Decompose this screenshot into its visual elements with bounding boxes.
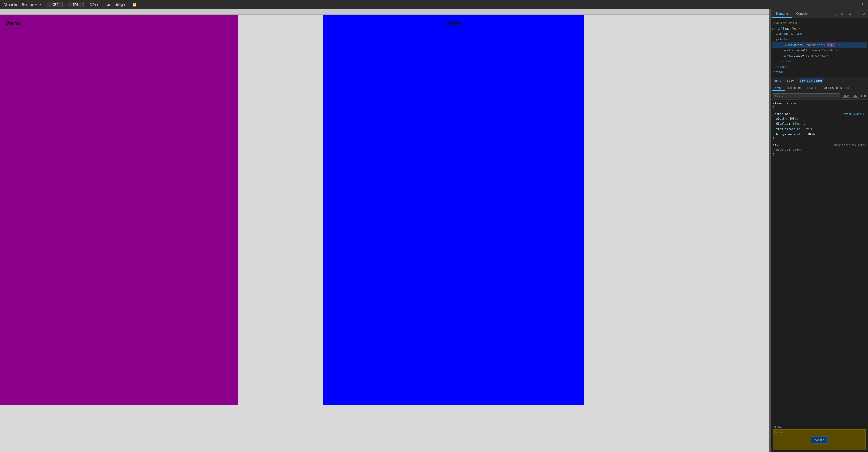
css-selector-div[interactable]: div { [773,143,781,147]
css-prop-display[interactable]: display : flex ; ⊞ [771,121,868,126]
form-title: Form [446,20,461,27]
doctype-text: <!DOCTYPE html> [772,21,798,26]
css-container-rule-close: } [771,137,868,141]
css-rule-element-style-header: element.style { [771,101,868,106]
css-prop-value-flex-direction: row [805,127,810,131]
css-div-ua-rule-close: } [771,153,868,157]
breadcrumb-bar: html › body › div.container [771,77,868,84]
form-toggle-icon[interactable]: ▶ [784,54,786,58]
breadcrumb-sep-1: › [783,79,785,83]
left-menu-toggle-icon[interactable]: ▶ [784,48,786,53]
throttling-label: No throttling [106,3,123,7]
css-prop-display-ua[interactable]: display : block ; [771,147,868,153]
css-filter-input[interactable] [773,93,840,98]
close-panel-icon[interactable]: ✕ [862,11,867,17]
styles-panel: Styles Computed Layout Event Listeners >… [771,84,868,452]
tree-body-close-line[interactable]: </body> [772,64,867,70]
height-input[interactable] [68,2,84,7]
tab-more-icon[interactable]: » [811,11,816,17]
tree-container-div-line[interactable]: ... ▶ <div class="container"> flex == $0 [772,42,867,48]
tree-body-line[interactable]: ▶ <body> [772,37,867,42]
css-source-container[interactable]: example.html:1 [844,112,866,116]
page-preview: Menu Form [0,15,769,452]
css-rules-panel: element.style { } .container { example.h… [771,100,868,423]
tree-doctype-line[interactable]: <!DOCTYPE html> [772,21,867,26]
close-devtools-icon[interactable]: ⋮ [854,11,860,17]
class-filter-button[interactable]: .cls [852,94,859,98]
flex-editor-icon[interactable]: ⊞ [804,122,805,126]
main-area: Menu Form ⋮ Elements Co [0,9,868,452]
styles-tab-more-icon[interactable]: >> [845,86,850,90]
settings-icon[interactable]: ⚙ [847,11,853,17]
responsive-label: Dimensions: Responsive [4,3,38,7]
selected-indicator: ... [780,43,785,47]
zoom-button[interactable]: 92% ▾ [88,2,100,7]
device-toolbar-group: Dimensions: Responsive ▾ × 92% ▾ No thro… [2,2,138,7]
box-model-border-label: border [811,437,828,444]
throttling-button[interactable]: No throttling ▾ [104,2,127,7]
flex-badge: flex [827,43,835,47]
box-model-section: margin margin border [771,423,868,452]
css-rule-div-ua: div { user agent styleshee display : blo… [771,142,868,157]
head-toggle-icon[interactable]: ▶ [776,32,778,36]
container-div-tag: div [789,43,794,48]
tree-head-line[interactable]: ▶ <head> … </head> [772,31,867,37]
tab-computed[interactable]: Computed [785,85,804,91]
css-prop-value-width: 100% [789,117,796,121]
css-selector-container[interactable]: .container { [773,112,794,116]
tree-container-close-line[interactable]: </div> [772,59,867,64]
css-prop-value-bg-color: #ccc [812,132,819,137]
head-tag: head [780,32,787,37]
dimension-x-separator: × [64,3,66,6]
css-prop-flex-direction[interactable]: flex-direction : row ; [771,126,868,132]
page-body: Menu Form [0,15,769,405]
select-element-icon[interactable]: ⊡ [833,11,838,17]
box-model-title: margin [773,425,866,428]
tab-event-listeners[interactable]: Event Listeners [819,85,844,91]
responsive-mode-button[interactable]: Dimensions: Responsive ▾ [2,2,42,7]
css-element-style-close: } [771,106,868,109]
equals-sign: == [836,43,839,48]
container-toggle-icon[interactable]: ▶ [785,43,786,47]
bottom-spacer [0,405,769,452]
more-toolbar-options-button[interactable]: ⋮ [860,2,866,7]
tree-html-line[interactable]: ▶ <html lang="en"> [772,26,867,32]
toolbar-sep-1 [44,2,45,7]
tree-left-menu-div-line[interactable]: ▶ <div class="left-menu"> … </div> [772,48,867,53]
tab-console[interactable]: Console [793,10,811,18]
html-toggle-icon[interactable]: ▶ [772,27,773,31]
devtools-panel: Elements Console » ⊡ ▭ ⚙ ⋮ ✕ <!DOCTYPE h… [771,9,868,452]
css-selector-element-style[interactable]: element.style { [773,102,799,105]
right-spacer [585,15,769,405]
more-filter-icon[interactable]: ▦ [864,94,866,97]
css-prop-value-display-ua: block [793,148,802,152]
devtools-tab-bar: Elements Console » ⊡ ▭ ⚙ ⋮ ✕ [771,9,868,19]
breadcrumb-body[interactable]: body [786,78,795,83]
width-input[interactable] [47,2,63,7]
bg-color-swatch[interactable] [808,133,811,135]
tab-styles[interactable]: Styles [772,85,785,91]
responsive-chevron-icon: ▾ [39,3,41,7]
tab-layout[interactable]: Layout [805,85,819,91]
body-toggle-icon[interactable]: ▶ [776,37,778,42]
tree-html-close-line[interactable]: </html> [772,69,867,75]
throttling-chevron-icon: ▾ [124,3,125,7]
tree-form-div-line[interactable]: ▶ <div class="form"> … </div> [772,53,867,59]
add-style-rule-button[interactable]: + [860,94,863,98]
breadcrumb-container[interactable]: div.container [799,78,824,83]
css-source-ua: user agent styleshee [834,143,866,147]
css-prop-width[interactable]: width : 100% ; [771,116,868,122]
css-prop-background-color[interactable]: background-color : #ccc ; [771,132,868,137]
css-prop-name-width: width [776,117,785,121]
left-menu-section: Menu [0,15,239,405]
browser-preview-area: Menu Form [0,9,769,452]
ruler-bar [0,9,769,15]
breadcrumb-html[interactable]: html [773,78,782,83]
hover-filter-button[interactable]: :hov [842,94,850,98]
device-mode-icon[interactable]: ▭ [840,11,846,17]
css-prop-value-display: flex [793,122,800,126]
css-prop-name-bg-color: background-color [776,132,804,137]
no-ua-override-icon[interactable]: 🔁 [131,2,138,7]
box-model-margin-label: margin [774,430,783,433]
tab-elements[interactable]: Elements [772,10,793,18]
